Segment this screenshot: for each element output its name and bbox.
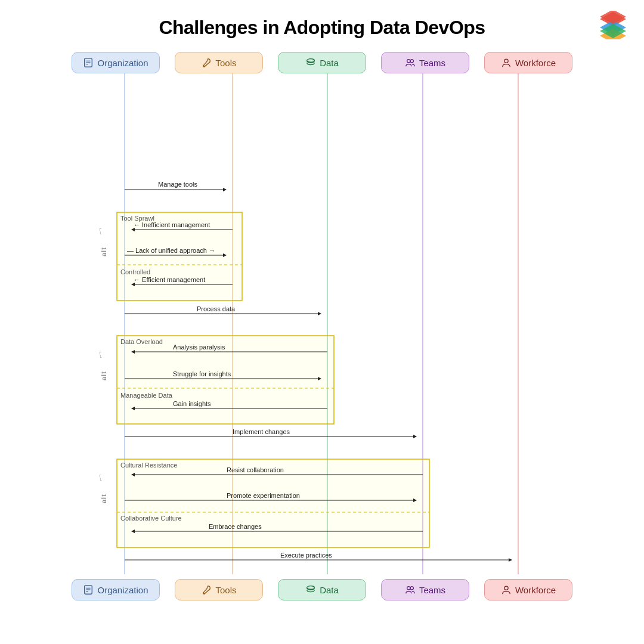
top-label-tools: Tools [175,52,263,73]
svg-text:Manage tools: Manage tools [158,181,198,188]
top-swimlane-headers: Organization Tools Data Teams Workforce [0,52,644,73]
svg-marker-47 [131,350,135,354]
svg-text:⌐¬: ⌐¬ [97,228,103,234]
top-label-teams: Teams [381,52,469,73]
svg-text:Cultural Resistance: Cultural Resistance [120,462,177,469]
svg-marker-32 [223,253,227,257]
data-icon-top [305,57,316,68]
bottom-label-workforce: Workforce [484,579,572,600]
svg-marker-29 [131,228,135,231]
svg-text:Promote experimentation: Promote experimentation [227,492,300,499]
svg-text:alt: alt [100,494,107,503]
svg-marker-50 [318,377,321,380]
svg-text:Execute practices: Execute practices [280,552,332,559]
svg-rect-19 [117,212,242,301]
svg-text:Collaborative Culture: Collaborative Culture [120,515,182,522]
svg-text:Analysis paralysis: Analysis paralysis [173,343,225,351]
top-label-workforce: Workforce [484,52,572,73]
svg-text:Manageable Data: Manageable Data [120,392,173,399]
svg-text:Gain insights: Gain insights [173,400,211,407]
data-icon-bottom [305,584,316,595]
bottom-label-tools: Tools [175,579,263,600]
teams-icon-bottom [405,584,416,595]
svg-point-12 [410,60,413,63]
svg-marker-53 [131,407,135,410]
workforce-icon-bottom [501,584,512,595]
svg-text:— Lack of unified approach →: — Lack of unified approach → [127,247,215,254]
svg-point-97 [407,587,410,590]
svg-text:Tool Sprawl: Tool Sprawl [120,215,154,222]
svg-rect-40 [117,336,334,424]
svg-point-95 [203,593,205,594]
bottom-label-org: Organization [72,579,160,600]
svg-marker-71 [131,530,135,533]
top-label-data: Data [278,52,366,73]
svg-text:Embrace changes: Embrace changes [209,523,262,530]
svg-text:Implement changes: Implement changes [233,428,290,435]
diagram-area: alt ⌐¬ Tool Sprawl Controlled Manage too… [0,73,644,574]
svg-marker-3 [600,11,626,24]
svg-text:← Efficient management: ← Efficient management [134,276,205,283]
svg-marker-35 [131,283,135,286]
org-icon [83,57,94,68]
page-title: Challenges in Adopting Data DevOps [0,0,644,45]
bottom-label-teams: Teams [381,579,469,600]
logo-icon [599,11,627,39]
svg-point-10 [307,59,315,62]
svg-marker-65 [131,473,135,476]
tools-icon-bottom [201,584,212,595]
bottom-swimlane-headers: Organization Tools Data Teams Workforce [0,579,644,600]
bottom-label-data: Data [278,579,366,600]
tools-icon-top [201,57,212,68]
svg-point-9 [203,66,205,67]
svg-marker-74 [509,558,512,562]
svg-text:⌐¬: ⌐¬ [97,351,103,358]
org-icon-bottom [83,584,94,595]
svg-marker-38 [318,312,321,315]
svg-text:Struggle for insights: Struggle for insights [173,370,231,377]
svg-text:alt: alt [100,371,107,380]
svg-text:Controlled: Controlled [120,268,150,275]
svg-text:⌐¬: ⌐¬ [97,474,103,481]
svg-text:← Inefficient management: ← Inefficient management [134,221,210,228]
svg-text:Resist collaboration: Resist collaboration [227,466,284,473]
svg-marker-26 [223,188,227,191]
workforce-icon-top [501,57,512,68]
svg-point-98 [410,587,413,590]
svg-text:alt: alt [100,247,107,256]
svg-marker-68 [413,499,417,502]
svg-rect-58 [117,459,429,547]
svg-text:Data Overload: Data Overload [120,338,163,345]
svg-point-99 [504,586,508,590]
svg-text:Process data: Process data [197,305,236,312]
diagram-svg: alt ⌐¬ Tool Sprawl Controlled Manage too… [0,73,644,574]
svg-marker-56 [413,435,417,438]
teams-icon-top [405,57,416,68]
svg-point-13 [504,59,508,63]
svg-point-11 [407,60,410,63]
top-label-org: Organization [72,52,160,73]
svg-point-96 [307,586,315,589]
